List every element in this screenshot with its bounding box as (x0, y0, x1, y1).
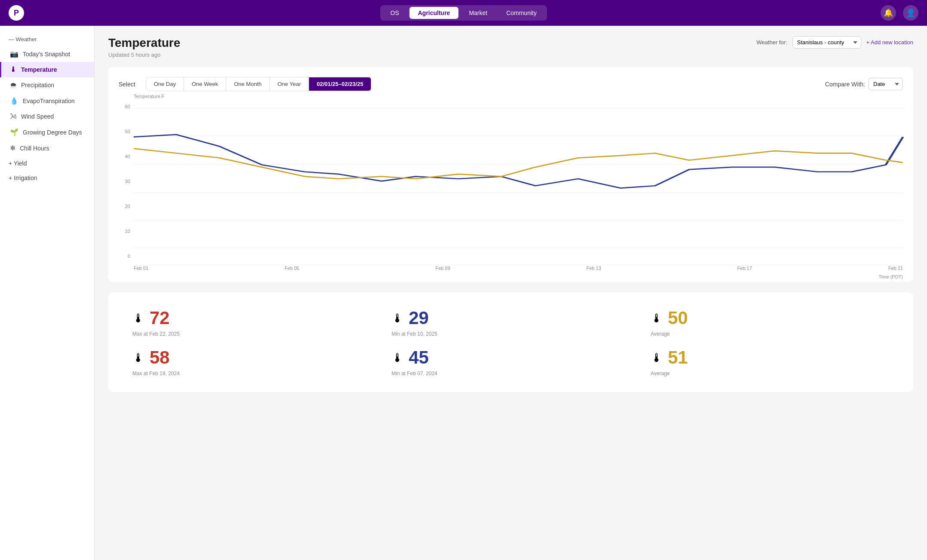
sidebar-weather-header: — Weather (0, 33, 94, 46)
evap-icon: 💧 (10, 97, 18, 105)
weather-for-label: Weather for: (756, 39, 787, 46)
stat-label-min-2025: Min at Feb 10, 2025 (392, 331, 630, 337)
stat-label-avg-2024: Average (651, 370, 889, 376)
thermo-icon-avg-2025: 🌡 (651, 311, 663, 325)
sidebar-item-evapotranspiration[interactable]: 💧 EvapoTranspiration (0, 93, 94, 109)
nav-tab-agriculture[interactable]: Agriculture (409, 7, 459, 19)
select-row: Select One Day One Week One Month One Ye… (119, 77, 903, 91)
stats-grid: 🌡 72 Max at Feb 22, 2025 🌡 29 Min at Feb… (108, 292, 913, 392)
chart-plot: Temperature F Feb 01 Feb 05 Feb 09 (134, 100, 903, 272)
compare-select[interactable]: Date (869, 78, 903, 90)
chart-area: 60 50 40 30 20 10 0 (119, 100, 903, 272)
thermo-icon-max-2025: 🌡 (132, 311, 144, 325)
page-title: Temperature (108, 36, 181, 50)
stat-value-avg-2025: 50 (668, 308, 688, 328)
stat-value-max-2024: 58 (150, 347, 170, 368)
sidebar-irrigation[interactable]: + Irrigation (0, 171, 94, 185)
sidebar-item-todays-snapshot[interactable]: 📷 Today's Snapshot (0, 46, 94, 62)
tab-one-year[interactable]: One Year (270, 77, 309, 91)
growing-icon: 🌱 (10, 128, 18, 136)
sidebar-item-chill-hours[interactable]: ❄ Chill Hours (0, 140, 94, 156)
time-tabs: One Day One Week One Month One Year 02/0… (146, 77, 371, 91)
select-label: Select (119, 81, 135, 88)
snapshot-icon: 📷 (10, 50, 18, 58)
stat-value-avg-2024: 51 (668, 347, 688, 368)
app-logo: P (9, 5, 24, 21)
sidebar: — Weather 📷 Today's Snapshot 🌡 Temperatu… (0, 26, 95, 560)
stat-label-min-2024: Min at Feb 07, 2024 (392, 370, 630, 376)
sidebar-item-wind-speed[interactable]: 🌬 Wind Speed (0, 109, 94, 124)
y-axis-label: Temperature F (134, 94, 165, 99)
location-select[interactable]: Stanislaus - county (792, 36, 861, 49)
x-axis-labels: Feb 01 Feb 05 Feb 09 Feb 13 Feb 17 Feb 2… (134, 266, 903, 272)
top-nav: P OS Agriculture Market Community 🔔 👤 (0, 0, 927, 26)
main-layout: — Weather 📷 Today's Snapshot 🌡 Temperatu… (0, 26, 927, 560)
wind-icon: 🌬 (10, 113, 17, 120)
thermo-icon-avg-2024: 🌡 (651, 351, 663, 365)
compare-label: Compare With: (825, 81, 865, 88)
thermometer-icon: 🌡 (10, 66, 17, 73)
stat-avg-2025: 🌡 50 Average (640, 303, 899, 342)
stat-max-2025: 🌡 72 Max at Feb 22, 2025 (122, 303, 381, 342)
sidebar-yield[interactable]: + Yield (0, 156, 94, 171)
line-chart-svg (134, 100, 903, 258)
header-right: Weather for: Stanislaus - county + Add n… (756, 36, 913, 49)
compare-row: Compare With: Date (825, 78, 903, 90)
nav-tab-os[interactable]: OS (382, 7, 407, 19)
stat-label-avg-2025: Average (651, 331, 889, 337)
nav-tabs: OS Agriculture Market Community (380, 5, 547, 21)
title-area: Temperature Updated 5 hours ago (108, 36, 181, 58)
content-header: Temperature Updated 5 hours ago Weather … (108, 36, 913, 58)
nav-tab-community[interactable]: Community (498, 7, 545, 19)
page-subtitle: Updated 5 hours ago (108, 52, 181, 58)
thermo-icon-min-2025: 🌡 (392, 311, 404, 325)
add-location-link[interactable]: + Add new location (866, 39, 914, 46)
content-area: Temperature Updated 5 hours ago Weather … (95, 26, 927, 560)
chill-icon: ❄ (10, 144, 15, 152)
stat-min-2025: 🌡 29 Min at Feb 10, 2025 (381, 303, 640, 342)
stat-value-max-2025: 72 (150, 308, 170, 328)
tab-one-month[interactable]: One Month (226, 77, 269, 91)
sidebar-item-temperature[interactable]: 🌡 Temperature (0, 62, 94, 77)
stat-min-2024: 🌡 45 Min at Feb 07, 2024 (381, 342, 640, 382)
stat-avg-2024: 🌡 51 Average (640, 342, 899, 382)
nav-right: 🔔 👤 (881, 5, 918, 21)
tab-one-week[interactable]: One Week (184, 77, 226, 91)
chart-card: Select One Day One Week One Month One Ye… (108, 67, 913, 282)
x-axis-label: Time (PDT) (879, 274, 903, 279)
thermo-icon-max-2024: 🌡 (132, 351, 144, 365)
profile-button[interactable]: 👤 (903, 5, 918, 21)
sidebar-item-growing-degree-days[interactable]: 🌱 Growing Degree Days (0, 124, 94, 140)
stat-value-min-2025: 29 (409, 308, 429, 328)
grid-line-0 (134, 265, 903, 265)
rain-icon: 🌧 (10, 81, 17, 89)
tab-one-day[interactable]: One Day (146, 77, 184, 91)
stat-max-2024: 🌡 58 Max at Feb 19, 2024 (122, 342, 381, 382)
stat-label-max-2024: Max at Feb 19, 2024 (132, 370, 371, 376)
tab-date-range[interactable]: 02/01/25–02/23/25 (309, 77, 371, 91)
notification-button[interactable]: 🔔 (881, 5, 896, 21)
sidebar-item-precipitation[interactable]: 🌧 Precipitation (0, 77, 94, 93)
thermo-icon-min-2024: 🌡 (392, 351, 404, 365)
y-axis: 60 50 40 30 20 10 0 (119, 100, 134, 272)
nav-tab-market[interactable]: Market (460, 7, 496, 19)
stat-value-min-2024: 45 (409, 347, 429, 368)
stat-label-max-2025: Max at Feb 22, 2025 (132, 331, 371, 337)
